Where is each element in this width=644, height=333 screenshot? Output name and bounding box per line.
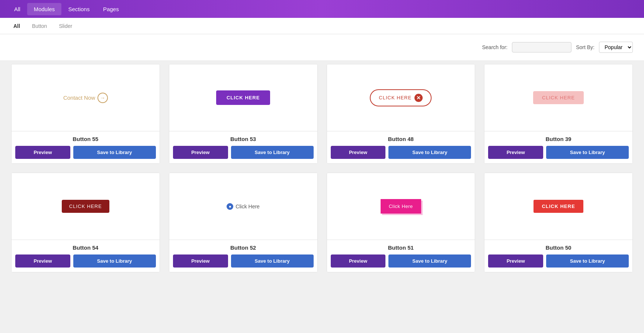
card-39: CLICK HERE Button 39 Preview Save to Lib… (484, 64, 633, 164)
card-39-preview-btn[interactable]: Preview (488, 146, 543, 159)
card-54-footer: Button 54 Preview Save to Library (12, 240, 160, 272)
btn-55-text: Contact Now (63, 95, 95, 101)
btn-style-50: CLICK HERE (534, 200, 583, 213)
card-54-save-btn[interactable]: Save to Library (73, 254, 156, 268)
card-55-preview-btn[interactable]: Preview (15, 146, 70, 159)
card-53-preview: CLICK HERE (169, 64, 317, 131)
btn-style-51: Click Here (381, 199, 421, 214)
card-54-title: Button 54 (15, 244, 156, 251)
card-48-footer: Button 48 Preview Save to Library (327, 131, 475, 163)
card-grid: Contact Now → Button 55 Preview Save to … (0, 60, 644, 284)
card-52-preview: ● Click Here (169, 173, 317, 240)
btn-48-dot: ✕ (414, 94, 423, 102)
card-54-preview: CLICK HERE (12, 173, 160, 240)
top-nav-all[interactable]: All (7, 3, 27, 15)
btn-52-dot: ● (227, 203, 233, 210)
card-51: Click Here Button 51 Preview Save to Lib… (327, 173, 475, 272)
card-55-title: Button 55 (15, 136, 156, 142)
card-39-footer: Button 39 Preview Save to Library (484, 131, 632, 163)
search-label: Search for: (482, 44, 507, 50)
card-48: CLICK HERE ✕ Button 48 Preview Save to L… (327, 64, 475, 164)
btn-48-text: CLICK HERE (379, 95, 411, 100)
card-50-save-btn[interactable]: Save to Library (546, 254, 629, 268)
top-nav: All Modules Sections Pages (0, 0, 644, 18)
card-48-title: Button 48 (331, 136, 471, 142)
btn-style-39: CLICK HERE (533, 91, 584, 104)
top-nav-modules[interactable]: Modules (27, 3, 62, 15)
card-55-save-btn[interactable]: Save to Library (73, 146, 156, 159)
card-51-save-btn[interactable]: Save to Library (388, 254, 471, 268)
sort-label: Sort By: (576, 44, 595, 50)
card-53-preview-btn[interactable]: Preview (173, 146, 228, 159)
card-52-title: Button 52 (173, 244, 314, 251)
btn-52-text: Click Here (236, 204, 260, 209)
card-53-title: Button 53 (173, 136, 314, 142)
card-51-preview: Click Here (327, 173, 475, 240)
sub-nav-slider[interactable]: Slider (53, 20, 78, 32)
search-area: Search for: Sort By: Popular (0, 34, 644, 60)
card-50-footer: Button 50 Preview Save to Library (484, 240, 632, 272)
card-53: CLICK HERE Button 53 Preview Save to Lib… (169, 64, 318, 164)
card-50-title: Button 50 (488, 244, 629, 251)
card-54: CLICK HERE Button 54 Preview Save to Lib… (11, 173, 160, 272)
card-50-preview-btn[interactable]: Preview (488, 254, 543, 268)
card-53-footer: Button 53 Preview Save to Library (169, 131, 317, 163)
card-55-actions: Preview Save to Library (15, 146, 156, 159)
card-52-preview-btn[interactable]: Preview (173, 254, 228, 268)
card-54-preview-btn[interactable]: Preview (15, 254, 70, 268)
card-52-save-btn[interactable]: Save to Library (231, 254, 314, 268)
card-52-footer: Button 52 Preview Save to Library (169, 240, 317, 272)
card-51-preview-btn[interactable]: Preview (331, 254, 386, 268)
btn-style-55: Contact Now → (63, 93, 108, 103)
btn-style-53: CLICK HERE (216, 90, 270, 105)
card-48-preview-btn[interactable]: Preview (331, 146, 386, 159)
btn-55-arrow: → (97, 93, 108, 103)
card-48-preview: CLICK HERE ✕ (327, 64, 475, 131)
card-53-save-btn[interactable]: Save to Library (231, 146, 314, 159)
card-55: Contact Now → Button 55 Preview Save to … (11, 64, 160, 164)
sort-select[interactable]: Popular (599, 42, 633, 53)
sub-nav: All Button Slider (0, 18, 644, 34)
card-51-actions: Preview Save to Library (331, 254, 471, 268)
card-50: CLICK HERE Button 50 Preview Save to Lib… (484, 173, 633, 272)
card-39-actions: Preview Save to Library (488, 146, 629, 159)
card-54-actions: Preview Save to Library (15, 254, 156, 268)
search-input[interactable] (512, 42, 571, 52)
btn-style-52: ● Click Here (227, 203, 260, 210)
card-52: ● Click Here Button 52 Preview Save to L… (169, 173, 318, 272)
card-55-preview: Contact Now → (12, 64, 160, 131)
card-48-save-btn[interactable]: Save to Library (388, 146, 471, 159)
card-39-title: Button 39 (488, 136, 629, 142)
card-39-preview: CLICK HERE (484, 64, 632, 131)
card-52-actions: Preview Save to Library (173, 254, 314, 268)
card-51-title: Button 51 (331, 244, 471, 251)
card-55-footer: Button 55 Preview Save to Library (12, 131, 160, 163)
btn-style-48: CLICK HERE ✕ (370, 89, 432, 106)
card-50-actions: Preview Save to Library (488, 254, 629, 268)
card-39-save-btn[interactable]: Save to Library (546, 146, 629, 159)
btn-style-54: CLICK HERE (62, 200, 109, 213)
card-51-footer: Button 51 Preview Save to Library (327, 240, 475, 272)
sub-nav-button[interactable]: Button (26, 20, 53, 32)
card-50-preview: CLICK HERE (484, 173, 632, 240)
card-48-actions: Preview Save to Library (331, 146, 471, 159)
card-53-actions: Preview Save to Library (173, 146, 314, 159)
sub-nav-all[interactable]: All (7, 20, 26, 32)
top-nav-sections[interactable]: Sections (61, 3, 96, 15)
top-nav-pages[interactable]: Pages (96, 3, 126, 15)
